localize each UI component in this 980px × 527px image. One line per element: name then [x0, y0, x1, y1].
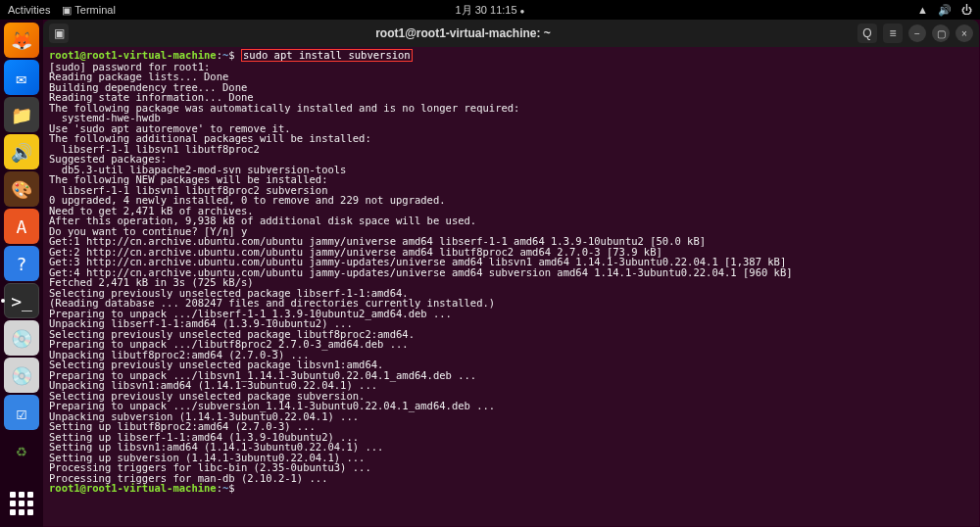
app-menu[interactable]: ▣ Terminal	[62, 4, 115, 17]
terminal-output-line: (Reading database ... 208247 files and d…	[49, 298, 973, 309]
dock-help[interactable]: ?	[4, 246, 39, 281]
top-bar: Activities ▣ Terminal 1月 30 11:15 ● ▲ 🔊 …	[0, 0, 980, 20]
network-icon[interactable]: ▲	[917, 4, 928, 16]
highlighted-command: sudo apt install subversion	[241, 49, 413, 62]
dock-terminal[interactable]: >_	[4, 283, 39, 318]
terminal-output-line: The following NEW packages will be insta…	[49, 174, 973, 185]
terminal-output-line: Processing triggers for libc-bin (2.35-0…	[49, 462, 973, 473]
terminal-content[interactable]: root1@root1-virtual-machine:~$ sudo apt …	[43, 47, 979, 526]
terminal-output-line: Unpacking libsvn1:amd64 (1.14.1-3ubuntu0…	[49, 380, 973, 391]
dock-disk-1[interactable]: 💿	[4, 320, 39, 356]
terminal-output-line: Reading package lists... Done	[49, 72, 973, 82]
dock-rhythmbox[interactable]: 🔊	[4, 134, 39, 169]
terminal-output-line: After this operation, 9,938 kB of additi…	[49, 216, 973, 226]
titlebar[interactable]: ▣ root1@root1-virtual-machine: ~ Q ≡ − ▢…	[43, 20, 979, 47]
dock-todo[interactable]: ☑	[4, 395, 39, 430]
window-title: root1@root1-virtual-machine: ~	[69, 26, 858, 40]
terminal-output-line: Reading state information... Done	[49, 92, 973, 103]
minimize-button[interactable]: −	[908, 24, 926, 42]
close-button[interactable]: ×	[956, 24, 973, 42]
search-button[interactable]: Q	[858, 24, 877, 43]
maximize-button[interactable]: ▢	[932, 24, 950, 42]
dock-software[interactable]: A	[4, 209, 39, 244]
terminal-output-line: systemd-hwe-hwdb	[49, 113, 973, 123]
terminal-output-line: The following package was automatically …	[49, 103, 973, 114]
terminal-output-line: 0 upgraded, 4 newly installed, 0 to remo…	[49, 195, 973, 206]
dock-gimp[interactable]: 🎨	[4, 171, 39, 207]
show-applications-button[interactable]	[4, 486, 39, 521]
new-tab-button[interactable]: ▣	[49, 24, 69, 43]
terminal-output-line: Unpacking libserf-1-1:amd64 (1.3.9-10ubu…	[49, 318, 973, 329]
terminal-output-line: The following additional packages will b…	[49, 133, 973, 144]
dock-files[interactable]: 📁	[4, 97, 39, 132]
activities-button[interactable]: Activities	[8, 4, 50, 16]
terminal-output-line: Get:3 http://cn.archive.ubuntu.com/ubunt…	[49, 257, 973, 267]
terminal-output-line: Selecting previously unselected package …	[49, 359, 973, 370]
dock-disk-2[interactable]: 💿	[4, 358, 39, 393]
dock-firefox[interactable]: 🦊	[4, 23, 39, 58]
dock-trash[interactable]: ♻	[4, 432, 39, 467]
terminal-output-line: Setting up libutf8proc2:amd64 (2.7.0-3) …	[49, 421, 973, 432]
dock-thunderbird[interactable]: ✉	[4, 60, 39, 95]
dock: 🦊 ✉ 📁 🔊 🎨 A ? >_ 💿 💿 ☑ ♻	[0, 20, 43, 527]
terminal-output-line: libserf-1-1 libsvn1 libutf8proc2	[49, 144, 973, 155]
menu-button[interactable]: ≡	[883, 24, 903, 43]
terminal-output-line: Setting up libsvn1:amd64 (1.14.1-3ubuntu…	[49, 442, 973, 453]
terminal-output-line: Fetched 2,471 kB in 3s (725 kB/s)	[49, 277, 973, 288]
clock[interactable]: 1月 30 11:15 ●	[456, 3, 525, 18]
terminal-window: ▣ root1@root1-virtual-machine: ~ Q ≡ − ▢…	[43, 20, 979, 526]
power-icon[interactable]: ⏻	[961, 4, 972, 16]
terminal-output-line: Preparing to unpack .../subversion_1.14.…	[49, 401, 973, 411]
terminal-output-line: Get:1 http://cn.archive.ubuntu.com/ubunt…	[49, 236, 973, 247]
terminal-output-line: Preparing to unpack .../libutf8proc2_2.7…	[49, 339, 973, 350]
volume-icon[interactable]: 🔊	[938, 4, 952, 17]
terminal-output-line: Suggested packages:	[49, 154, 973, 165]
